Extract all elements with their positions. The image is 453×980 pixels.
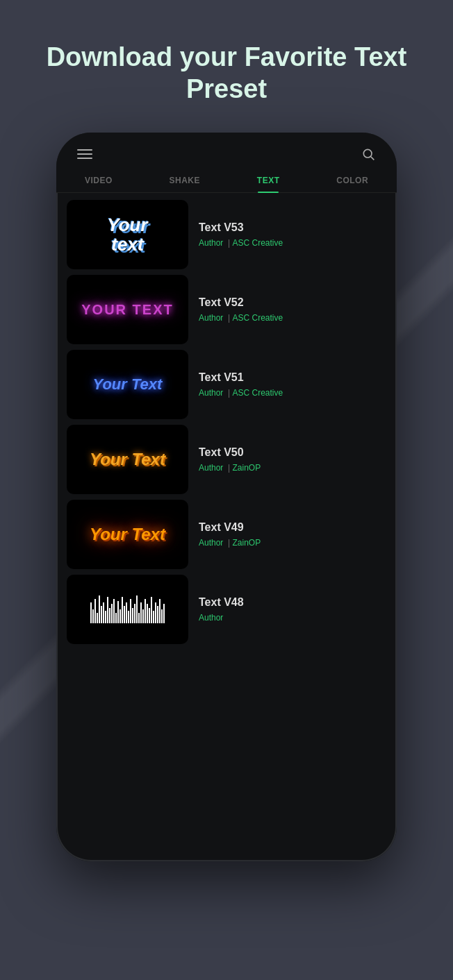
preset-thumbnail-v48 [67, 575, 188, 644]
author-label: Author [199, 538, 223, 548]
svg-point-0 [363, 150, 372, 158]
tab-shake[interactable]: SHAKE [170, 176, 201, 192]
tab-video[interactable]: VIDEO [85, 176, 113, 192]
preset-author-v48: Author [199, 613, 386, 623]
author-label: Author [199, 613, 223, 623]
author-label: Author [199, 238, 223, 248]
list-item[interactable]: Your Text Text V49 Author | ZainOP [67, 500, 386, 569]
preset-thumbnail-v53: Yourtext [67, 200, 188, 269]
preset-title-v51: Text V51 [199, 371, 386, 384]
preset-thumbnail-v51: Your Text [67, 350, 188, 419]
preset-info-v49: Text V49 Author | ZainOP [199, 521, 386, 548]
phone-frame: VIDEO SHAKE TEXT COLOR Yourtext Text V53… [56, 133, 397, 861]
preset-thumbnail-v52: YOUR TEXT [67, 275, 188, 344]
tab-text[interactable]: TEXT [257, 176, 280, 192]
list-item[interactable]: Your Text Text V50 Author | ZainOP [67, 425, 386, 494]
tab-bar: VIDEO SHAKE TEXT COLOR [56, 169, 397, 193]
list-item[interactable]: Text V48 Author [67, 575, 386, 644]
svg-line-1 [371, 157, 374, 160]
preset-author-v50: Author | ZainOP [199, 463, 386, 473]
preset-info-v52: Text V52 Author | ASC Creative [199, 296, 386, 323]
author-name: ZainOP [232, 463, 261, 473]
preset-info-v53: Text V53 Author | ASC Creative [199, 221, 386, 248]
preset-info-v48: Text V48 Author [199, 596, 386, 623]
list-item[interactable]: Yourtext Text V53 Author | ASC Creative [67, 200, 386, 269]
author-label: Author [199, 463, 223, 473]
preset-info-v51: Text V51 Author | ASC Creative [199, 371, 386, 398]
preset-title-v50: Text V50 [199, 446, 386, 459]
author-name: ZainOP [232, 538, 261, 548]
preset-author-v49: Author | ZainOP [199, 538, 386, 548]
preset-info-v50: Text V50 Author | ZainOP [199, 446, 386, 473]
author-label: Author [199, 388, 223, 398]
preset-title-v53: Text V53 [199, 221, 386, 234]
phone-topbar [56, 133, 397, 169]
search-button[interactable] [361, 146, 376, 162]
thumbnail-text-v50: Your Text [90, 450, 165, 469]
author-label: Author [199, 313, 223, 323]
author-name: ASC Creative [232, 388, 283, 398]
preset-list: Yourtext Text V53 Author | ASC Creative … [56, 193, 397, 861]
tab-color[interactable]: COLOR [336, 176, 368, 192]
preset-author-v53: Author | ASC Creative [199, 238, 386, 248]
list-item[interactable]: Your Text Text V51 Author | ASC Creative [67, 350, 386, 419]
thumbnail-text-v49: Your Text [90, 525, 165, 544]
thumbnail-text-v51: Your Text [93, 375, 163, 394]
thumbnail-text-v53: Yourtext [107, 215, 147, 255]
preset-author-v52: Author | ASC Creative [199, 313, 386, 323]
author-name: ASC Creative [232, 313, 283, 323]
list-item[interactable]: YOUR TEXT Text V52 Author | ASC Creative [67, 275, 386, 344]
search-icon [361, 147, 375, 161]
preset-thumbnail-v49: Your Text [67, 500, 188, 569]
thumbnail-text-v52: YOUR TEXT [81, 302, 173, 318]
author-name: ASC Creative [232, 238, 283, 248]
hamburger-menu-icon[interactable] [77, 149, 92, 159]
preset-thumbnail-v50: Your Text [67, 425, 188, 494]
page-title: Download your Favorite Text Preset [0, 42, 453, 105]
preset-title-v52: Text V52 [199, 296, 386, 309]
barcode-graphic [90, 595, 165, 623]
preset-author-v51: Author | ASC Creative [199, 388, 386, 398]
preset-title-v48: Text V48 [199, 596, 386, 609]
preset-title-v49: Text V49 [199, 521, 386, 534]
